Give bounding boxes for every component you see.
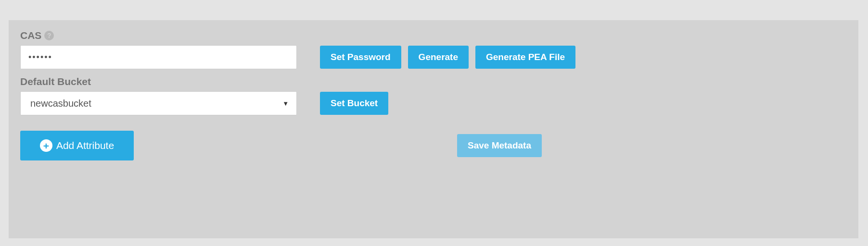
add-attribute-label: Add Attribute: [56, 140, 114, 151]
bucket-label: Default Bucket: [20, 76, 91, 87]
save-wrap: Save Metadata: [457, 134, 542, 157]
generate-pea-button[interactable]: Generate PEA File: [475, 46, 575, 69]
bucket-label-row: Default Bucket: [20, 76, 847, 87]
plus-circle-icon: +: [40, 139, 52, 152]
cas-label: CAS: [20, 30, 41, 41]
bottom-actions-row: + Add Attribute Save Metadata: [20, 131, 847, 160]
settings-panel: CAS ? Set Password Generate Generate PEA…: [9, 20, 858, 238]
help-icon[interactable]: ?: [44, 31, 54, 40]
bucket-select[interactable]: newcasbucket ▼: [20, 91, 297, 115]
chevron-down-icon: ▼: [282, 100, 289, 107]
cas-password-input[interactable]: [20, 45, 297, 69]
set-bucket-button[interactable]: Set Bucket: [320, 92, 388, 115]
cas-row: Set Password Generate Generate PEA File: [20, 45, 847, 69]
generate-button[interactable]: Generate: [408, 46, 469, 69]
bucket-input-col: newcasbucket ▼: [20, 91, 297, 115]
bucket-selected-value: newcasbucket: [30, 98, 91, 109]
save-metadata-button[interactable]: Save Metadata: [457, 134, 542, 157]
bucket-row: newcasbucket ▼ Set Bucket: [20, 91, 847, 115]
set-password-button[interactable]: Set Password: [320, 46, 401, 69]
bucket-button-row: Set Bucket: [320, 92, 388, 115]
cas-input-col: [20, 45, 297, 69]
cas-button-row: Set Password Generate Generate PEA File: [320, 46, 575, 69]
cas-label-row: CAS ?: [20, 30, 847, 41]
add-attribute-button[interactable]: + Add Attribute: [20, 131, 134, 160]
